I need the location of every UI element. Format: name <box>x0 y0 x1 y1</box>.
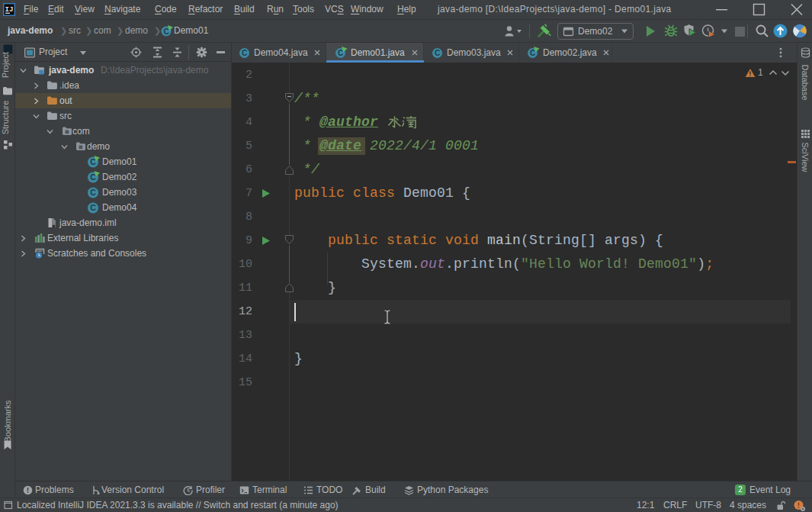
svg-text:C: C <box>242 49 247 57</box>
svg-text:C: C <box>163 27 168 36</box>
svg-text:C: C <box>90 188 96 197</box>
svg-text:C: C <box>338 49 343 57</box>
svg-text:C: C <box>90 203 96 212</box>
svg-text:C: C <box>530 49 535 57</box>
svg-text:IJ: IJ <box>5 6 14 14</box>
svg-text:C: C <box>435 49 440 57</box>
